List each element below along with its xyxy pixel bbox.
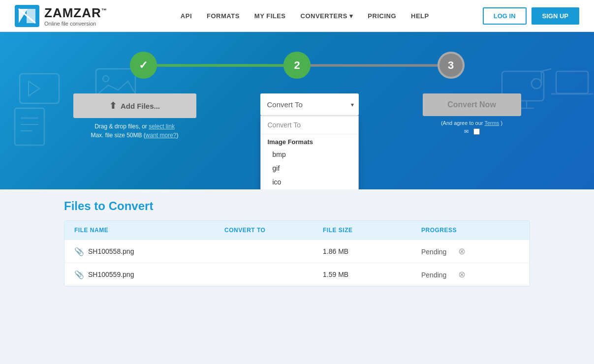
step-3-circle: 3 [438,52,465,79]
hero-content: ✓ 2 3 ⬆ Add Files... Drag & drop files, … [63,42,531,140]
want-more-link[interactable]: want more? [146,132,177,139]
convert-now-area: Convert Now (And agree to our Terms ) ✉ [423,93,521,135]
dropdown-item-jpg[interactable]: jpg [261,189,358,189]
convert-to-wrapper: Convert To ▾ [260,93,359,116]
zamzar-logo-icon [15,5,39,27]
select-link[interactable]: select link [149,123,175,130]
header-actions: LOG IN SIGN UP [483,7,579,25]
col-convert-to: CONVERT TO [224,227,323,234]
main-nav: API FORMATS MY FILES CONVERTERS ▾ PRICIN… [127,12,483,20]
file-size-cell-1: 1.59 MB [323,271,421,278]
table-header: FILE NAME CONVERT TO FILE SIZE PROGRESS [64,221,530,240]
nav-help[interactable]: HELP [411,12,429,20]
svg-point-12 [531,79,541,89]
controls-row: ⬆ Add Files... Drag & drop files, or sel… [73,93,521,140]
nav-pricing[interactable]: PRICING [368,12,396,20]
add-files-hint: Drag & drop files, or select link Max. f… [91,122,178,140]
convert-to-dropdown: Convert To Image Formats bmp gif ico jpg… [260,116,359,189]
files-table: FILE NAME CONVERT TO FILE SIZE PROGRESS … [64,220,530,286]
step-2-circle: 2 [283,52,311,79]
table-row: 📎 SH100559.png 1.59 MB Pending ⊗ [64,263,530,286]
table-row: 📎 SH100558.png 1.86 MB Pending ⊗ [64,240,530,263]
remove-file-0-button[interactable]: ⊗ [458,246,466,257]
progress-bar: ✓ 2 3 [73,52,521,79]
convert-to-area: Convert To ▾ Convert To Image Formats bm… [260,93,359,116]
svg-rect-8 [15,108,44,145]
svg-rect-4 [20,74,59,103]
nav-converters[interactable]: CONVERTERS ▾ [301,12,353,20]
file-icon-0: 📎 [74,247,84,256]
file-name-1: SH100559.png [88,271,134,278]
dropdown-item-bmp[interactable]: bmp [261,148,358,161]
logo[interactable]: ZAMZAR™ Online file conversion [15,5,107,27]
file-progress-cell-1: Pending ⊗ [421,269,520,280]
file-name-0: SH100558.png [88,247,134,255]
upload-icon: ⬆ [109,100,117,111]
dropdown-item-gif[interactable]: gif [261,161,358,175]
converters-chevron-icon: ▾ [349,12,353,20]
file-progress-cell-0: Pending ⊗ [421,246,520,257]
email-checkbox[interactable] [473,128,480,135]
convert-now-button[interactable]: Convert Now [423,93,521,116]
file-name-cell-1: 📎 SH100559.png [74,270,224,279]
hero-section: ✓ 2 3 ⬆ Add Files... Drag & drop files, … [0,32,594,189]
col-filesize: FILE SIZE [323,227,421,234]
add-files-button[interactable]: ⬆ Add Files... [73,93,196,118]
login-button[interactable]: LOG IN [483,7,527,25]
signup-button[interactable]: SIGN UP [531,7,579,25]
svg-marker-5 [29,81,39,96]
nav-api[interactable]: API [181,12,192,20]
file-size-cell-0: 1.86 MB [323,247,421,255]
email-when-done-row: ✉ [464,128,480,135]
svg-line-14 [541,69,551,71]
files-section: Files to Convert FILE NAME CONVERT TO FI… [0,189,594,296]
terms-link[interactable]: Terms [484,120,499,126]
logo-text: ZAMZAR™ Online file conversion [44,5,107,27]
nav-my-files[interactable]: MY FILES [254,12,286,20]
convert-to-select[interactable]: Convert To [260,93,359,116]
nav-formats[interactable]: FORMATS [207,12,240,20]
file-name-cell-0: 📎 SH100558.png [74,247,224,256]
col-filename: FILE NAME [74,227,224,234]
site-header: ZAMZAR™ Online file conversion API FORMA… [0,0,594,32]
add-files-area: ⬆ Add Files... Drag & drop files, or sel… [73,93,196,140]
file-icon-1: 📎 [74,270,84,279]
files-section-title: Files to Convert [64,199,530,213]
dropdown-item-ico[interactable]: ico [261,175,358,189]
email-icon: ✉ [464,128,469,135]
image-formats-label: Image Formats [261,134,358,148]
remove-file-1-button[interactable]: ⊗ [458,269,466,280]
svg-rect-19 [556,71,588,93]
col-progress: PROGRESS [421,227,520,234]
dropdown-header: Convert To [261,116,358,134]
step-1-circle: ✓ [130,52,157,79]
agree-text: (And agree to our Terms ) [441,120,502,126]
